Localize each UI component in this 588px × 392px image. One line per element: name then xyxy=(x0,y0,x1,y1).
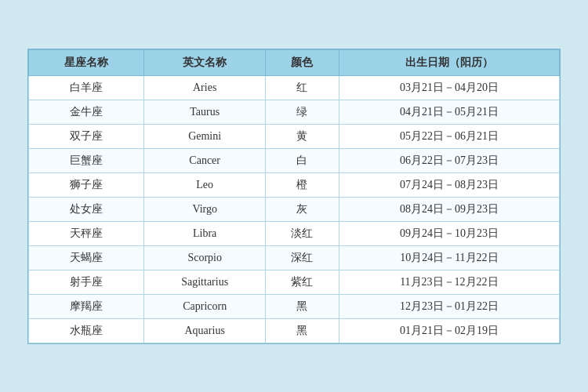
cell-chinese-name: 处女座 xyxy=(29,197,144,221)
cell-chinese-name: 狮子座 xyxy=(29,172,144,197)
cell-chinese-name: 摩羯座 xyxy=(29,294,144,318)
cell-color: 黑 xyxy=(266,294,339,318)
zodiac-table-container: 星座名称 英文名称 颜色 出生日期（阳历） 白羊座Aries红03月21日－04… xyxy=(27,49,561,344)
cell-english-name: Taurus xyxy=(144,100,266,124)
cell-color: 深红 xyxy=(266,245,339,270)
table-row: 金牛座Taurus绿04月21日－05月21日 xyxy=(29,100,560,124)
cell-birth-dates: 01月21日－02月19日 xyxy=(339,318,559,343)
cell-color: 黑 xyxy=(266,318,339,343)
cell-english-name: Aries xyxy=(144,75,266,100)
table-row: 狮子座Leo橙07月24日－08月23日 xyxy=(29,172,560,197)
header-birth-date: 出生日期（阳历） xyxy=(339,49,559,75)
cell-color: 绿 xyxy=(266,100,339,124)
cell-birth-dates: 03月21日－04月20日 xyxy=(339,75,559,100)
table-row: 天秤座Libra淡红09月24日－10月23日 xyxy=(29,221,560,245)
cell-chinese-name: 天蝎座 xyxy=(29,245,144,270)
cell-birth-dates: 10月24日－11月22日 xyxy=(339,245,559,270)
cell-english-name: Aquarius xyxy=(144,318,266,343)
cell-color: 白 xyxy=(266,148,339,172)
table-row: 双子座Gemini黄05月22日－06月21日 xyxy=(29,124,560,148)
zodiac-table: 星座名称 英文名称 颜色 出生日期（阳历） 白羊座Aries红03月21日－04… xyxy=(28,49,560,343)
table-row: 天蝎座Scorpio深红10月24日－11月22日 xyxy=(29,245,560,270)
cell-chinese-name: 射手座 xyxy=(29,270,144,294)
header-english-name: 英文名称 xyxy=(144,49,266,75)
cell-chinese-name: 双子座 xyxy=(29,124,144,148)
cell-color: 橙 xyxy=(266,172,339,197)
cell-chinese-name: 巨蟹座 xyxy=(29,148,144,172)
cell-chinese-name: 天秤座 xyxy=(29,221,144,245)
cell-birth-dates: 05月22日－06月21日 xyxy=(339,124,559,148)
cell-english-name: Capricorn xyxy=(144,294,266,318)
cell-birth-dates: 09月24日－10月23日 xyxy=(339,221,559,245)
cell-color: 红 xyxy=(266,75,339,100)
cell-english-name: Sagittarius xyxy=(144,270,266,294)
table-row: 射手座Sagittarius紫红11月23日－12月22日 xyxy=(29,270,560,294)
table-header-row: 星座名称 英文名称 颜色 出生日期（阳历） xyxy=(29,49,560,75)
table-row: 摩羯座Capricorn黑12月23日－01月22日 xyxy=(29,294,560,318)
cell-chinese-name: 白羊座 xyxy=(29,75,144,100)
cell-english-name: Gemini xyxy=(144,124,266,148)
cell-chinese-name: 金牛座 xyxy=(29,100,144,124)
cell-color: 紫红 xyxy=(266,270,339,294)
header-chinese-name: 星座名称 xyxy=(29,49,144,75)
cell-birth-dates: 12月23日－01月22日 xyxy=(339,294,559,318)
cell-birth-dates: 08月24日－09月23日 xyxy=(339,197,559,221)
cell-color: 淡红 xyxy=(266,221,339,245)
cell-english-name: Cancer xyxy=(144,148,266,172)
cell-color: 灰 xyxy=(266,197,339,221)
cell-english-name: Leo xyxy=(144,172,266,197)
cell-birth-dates: 11月23日－12月22日 xyxy=(339,270,559,294)
cell-birth-dates: 04月21日－05月21日 xyxy=(339,100,559,124)
table-body: 白羊座Aries红03月21日－04月20日金牛座Taurus绿04月21日－0… xyxy=(29,75,560,343)
cell-english-name: Virgo xyxy=(144,197,266,221)
table-row: 处女座Virgo灰08月24日－09月23日 xyxy=(29,197,560,221)
table-row: 水瓶座Aquarius黑01月21日－02月19日 xyxy=(29,318,560,343)
cell-birth-dates: 07月24日－08月23日 xyxy=(339,172,559,197)
header-color: 颜色 xyxy=(266,49,339,75)
table-row: 巨蟹座Cancer白06月22日－07月23日 xyxy=(29,148,560,172)
table-row: 白羊座Aries红03月21日－04月20日 xyxy=(29,75,560,100)
cell-chinese-name: 水瓶座 xyxy=(29,318,144,343)
cell-english-name: Scorpio xyxy=(144,245,266,270)
cell-english-name: Libra xyxy=(144,221,266,245)
cell-birth-dates: 06月22日－07月23日 xyxy=(339,148,559,172)
cell-color: 黄 xyxy=(266,124,339,148)
